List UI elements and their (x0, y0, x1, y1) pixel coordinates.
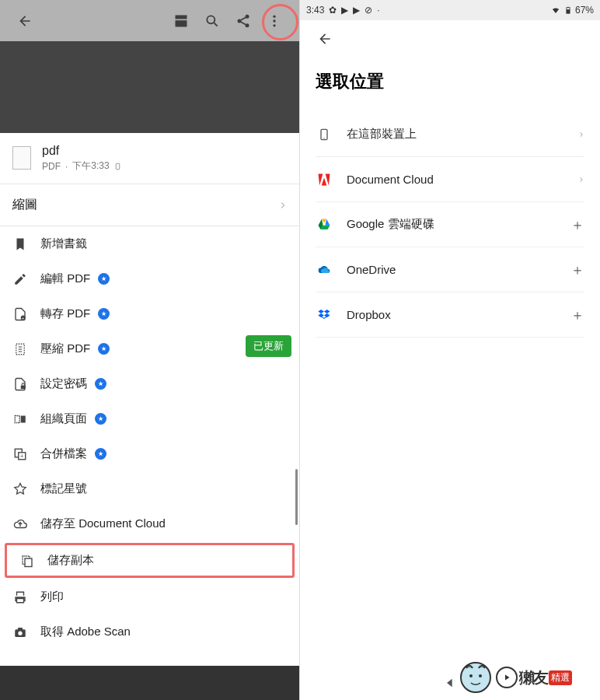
save-copy-highlight-box: 儲存副本 (5, 543, 295, 578)
svg-point-5 (238, 19, 242, 23)
svg-rect-12 (116, 163, 120, 170)
menu-item-bookmark[interactable]: 新增書籤 (0, 226, 299, 261)
file-type-label: PDF (42, 161, 61, 172)
location-item-device[interactable]: 在這部裝置上 (316, 112, 584, 157)
menu-item-favorite[interactable]: 標記星號 (0, 471, 299, 506)
menu-label: 取得 Adobe Scan (40, 625, 131, 639)
phone-icon (114, 162, 121, 171)
export-icon: + (12, 306, 28, 322)
phone-icon (316, 126, 333, 143)
copy-icon (19, 553, 35, 569)
view-mode-icon (173, 13, 189, 29)
adobe-icon (316, 172, 333, 187)
premium-badge-icon (95, 378, 106, 390)
menu-label: 壓縮 PDF (40, 341, 90, 356)
svg-point-2 (207, 16, 215, 23)
onedrive-icon (316, 264, 333, 276)
location-item-dropbox[interactable]: Dropbox ＋ (316, 292, 584, 338)
watermark-badge: 精選 (549, 670, 572, 685)
location-item-onedrive[interactable]: OneDrive ＋ (316, 247, 584, 292)
organize-icon (12, 411, 28, 427)
back-button[interactable] (9, 5, 40, 37)
svg-point-6 (246, 23, 249, 27)
menu-item-scan[interactable]: 取得 Adobe Scan (0, 614, 299, 649)
nav-back-button[interactable] (444, 677, 456, 689)
compress-icon (12, 341, 28, 357)
merge-icon: + (12, 446, 28, 462)
separator-dot: · (65, 161, 68, 172)
back-arrow-icon (317, 31, 333, 47)
youtube-status-icon: ▶ (341, 5, 348, 16)
chevron-right-icon (279, 199, 287, 212)
svg-point-31 (469, 674, 473, 677)
location-label: Dropbox (347, 308, 556, 321)
status-time: 3:43 (306, 5, 324, 16)
svg-rect-16 (15, 415, 19, 422)
menu-item-edit[interactable]: 編輯 PDF (0, 261, 299, 296)
scrollbar[interactable] (295, 469, 298, 525)
overflow-menu-button[interactable] (259, 5, 290, 37)
share-icon (235, 13, 251, 29)
search-icon (204, 13, 220, 29)
dropbox-icon (316, 308, 333, 322)
lock-icon (12, 376, 28, 392)
camera-icon (12, 625, 28, 640)
location-label: OneDrive (347, 263, 556, 276)
menu-item-convert[interactable]: + 轉存 PDF (0, 296, 299, 331)
menu-list: 已更新 新增書籤 編輯 PDF + 轉存 PDF 壓縮 PDF 設定密碼 組織 (0, 226, 299, 649)
svg-text:+: + (20, 452, 24, 459)
svg-point-9 (273, 15, 275, 17)
location-item-doccloud[interactable]: Document Cloud (316, 157, 584, 202)
menu-item-password[interactable]: 設定密碼 (0, 366, 299, 401)
right-pane: 3:43 ✿ ▶ ▶ ⊘ · 67% 選取位置 在這部裝置上 Document … (300, 0, 600, 700)
menu-item-organize[interactable]: 組織頁面 (0, 401, 299, 436)
svg-line-7 (241, 17, 246, 19)
svg-point-4 (246, 14, 249, 18)
premium-badge-icon (98, 343, 110, 355)
document-preview-area (0, 41, 299, 133)
menu-label: 新增書籤 (40, 236, 87, 251)
premium-badge-icon (95, 413, 106, 425)
premium-badge-icon (95, 448, 106, 460)
thumbnails-row[interactable]: 縮圖 (0, 184, 299, 226)
menu-label: 組織頁面 (40, 411, 87, 426)
back-button[interactable] (309, 23, 340, 54)
right-toolbar (300, 20, 600, 58)
gdrive-icon (316, 218, 333, 232)
location-item-gdrive[interactable]: Google 雲端硬碟 ＋ (316, 202, 584, 247)
left-bottom-bar (0, 666, 299, 700)
svg-rect-25 (18, 628, 23, 630)
svg-point-24 (18, 631, 22, 635)
location-label: Google 雲端硬碟 (347, 217, 556, 232)
chevron-right-icon (578, 174, 584, 185)
svg-rect-15 (21, 385, 26, 389)
mascot-face-icon (460, 662, 491, 693)
star-icon (12, 481, 28, 497)
svg-rect-28 (567, 7, 569, 8)
menu-label: 標記星號 (40, 481, 87, 496)
updated-badge: 已更新 (246, 335, 291, 357)
file-subtitle: PDF · 下午3:33 (42, 159, 287, 173)
view-mode-button[interactable] (166, 5, 197, 37)
dot-icon: · (377, 5, 379, 16)
menu-item-save-copy[interactable]: 儲存副本 (7, 545, 292, 576)
menu-label: 儲存副本 (47, 553, 94, 568)
premium-badge-icon (98, 308, 110, 320)
search-button[interactable] (197, 5, 228, 37)
play-circle-icon (496, 667, 518, 688)
left-pane: pdf PDF · 下午3:33 縮圖 已更新 新增書籤 編輯 PDF + (0, 0, 300, 700)
premium-badge-icon (98, 273, 110, 285)
menu-item-print[interactable]: 列印 (0, 579, 299, 614)
svg-rect-17 (21, 415, 26, 422)
more-vert-icon (267, 13, 282, 29)
menu-label: 編輯 PDF (40, 271, 90, 286)
svg-rect-27 (567, 9, 570, 13)
thumbnails-label: 縮圖 (12, 197, 37, 213)
location-label: Document Cloud (347, 173, 564, 186)
wifi-icon (550, 5, 561, 15)
location-label: 在這部裝置上 (347, 127, 564, 142)
menu-item-save-cloud[interactable]: 儲存至 Document Cloud (0, 506, 299, 541)
status-bar: 3:43 ✿ ▶ ▶ ⊘ · 67% (300, 0, 600, 20)
menu-item-merge[interactable]: + 合併檔案 (0, 436, 299, 471)
share-button[interactable] (228, 5, 259, 37)
